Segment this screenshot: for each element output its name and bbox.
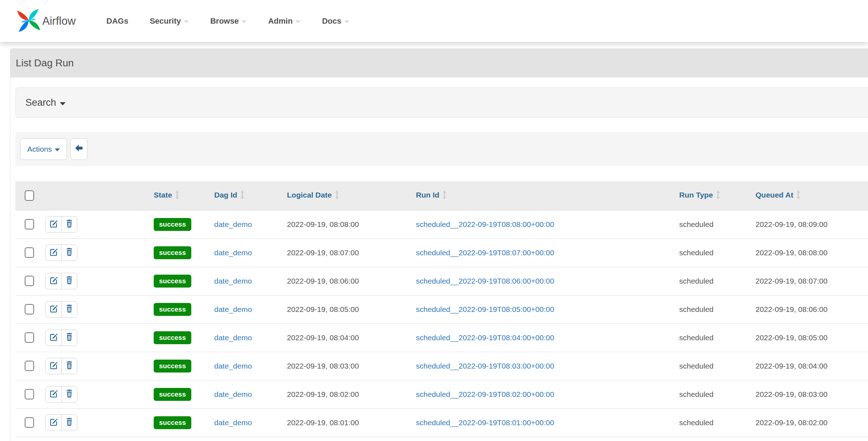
column-header-label[interactable]: Run Type (679, 191, 713, 199)
queued-at-value: 2022-09-19, 08:09:00 (756, 220, 828, 228)
dag-id-link[interactable]: date_demo (214, 418, 252, 427)
column-header-label[interactable]: Run Id (416, 191, 439, 199)
column-header-label[interactable]: State (154, 191, 172, 199)
queued-at-value: 2022-09-19, 08:05:00 (756, 333, 828, 342)
run-id-link[interactable]: scheduled__2022-09-19T08:01:00+00:00 (416, 418, 554, 427)
trash-icon (65, 304, 73, 315)
run-id-link[interactable]: scheduled__2022-09-19T08:03:00+00:00 (416, 362, 554, 370)
dag-id-link[interactable]: date_demo (214, 248, 252, 257)
delete-button[interactable] (61, 245, 77, 261)
run-id-link[interactable]: scheduled__2022-09-19T08:05:00+00:00 (416, 305, 554, 313)
row-checkbox[interactable] (25, 361, 34, 371)
nav-item-docs[interactable]: Docs (311, 0, 360, 42)
sort-arrows-icon[interactable] (335, 193, 339, 201)
search-label: Search (25, 97, 56, 108)
dag-id-link[interactable]: date_demo (214, 277, 252, 285)
edit-icon (49, 304, 58, 315)
table-row: success date_demo 2022-09-19, 08:05:00 s… (15, 295, 868, 323)
nav-item-browse[interactable]: Browse (200, 0, 257, 42)
queued-at-value: 2022-09-19, 08:02:00 (756, 418, 828, 427)
row-actions-group (45, 386, 77, 403)
delete-button[interactable] (61, 273, 77, 289)
edit-button[interactable] (45, 217, 61, 232)
nav-item-security[interactable]: Security (139, 0, 200, 42)
row-checkbox[interactable] (25, 219, 34, 229)
edit-button[interactable] (45, 273, 61, 289)
sort-arrows-icon[interactable] (240, 193, 245, 201)
edit-button[interactable] (45, 330, 61, 346)
actions-button[interactable]: Actions (20, 138, 67, 160)
dag-id-link[interactable]: date_demo (214, 362, 252, 370)
column-header-dag-id: Dag Id (214, 181, 287, 210)
select-all-checkbox[interactable] (25, 190, 34, 201)
run-id-link[interactable]: scheduled__2022-09-19T08:02:00+00:00 (416, 390, 554, 398)
run-type-value: scheduled (679, 362, 714, 370)
dag-id-link[interactable]: date_demo (214, 390, 252, 398)
nav-item-dags[interactable]: DAGs (96, 0, 139, 42)
run-id-link[interactable]: scheduled__2022-09-19T08:06:00+00:00 (416, 277, 554, 285)
run-id-link[interactable]: scheduled__2022-09-19T08:07:00+00:00 (416, 248, 554, 257)
queued-at-value: 2022-09-19, 08:06:00 (756, 305, 828, 313)
search-dropdown[interactable]: Search (15, 87, 868, 118)
list-dag-run-panel: List Dag Run Search Actions (10, 48, 868, 441)
row-checkbox[interactable] (25, 332, 34, 343)
trash-icon (65, 417, 73, 428)
airflow-brand[interactable]: Airflow (16, 8, 76, 34)
column-header-label[interactable]: Dag Id (214, 191, 237, 199)
edit-icon (49, 276, 58, 286)
back-button[interactable] (70, 138, 87, 160)
edit-button[interactable] (45, 302, 61, 317)
sort-arrows-icon[interactable] (716, 193, 720, 201)
nav-item-admin[interactable]: Admin (257, 0, 311, 42)
edit-icon (49, 247, 58, 258)
run-id-link[interactable]: scheduled__2022-09-19T08:04:00+00:00 (416, 333, 554, 342)
edit-icon (49, 361, 58, 371)
nav-menu: DAGs Security Browse Admin Docs (96, 0, 360, 42)
row-checkbox[interactable] (25, 247, 34, 258)
queued-at-value: 2022-09-19, 08:04:00 (756, 362, 828, 370)
nav-item-label: Security (150, 16, 181, 26)
nav-item-label: Browse (210, 16, 239, 26)
delete-button[interactable] (61, 415, 77, 431)
delete-button[interactable] (61, 330, 77, 346)
row-checkbox[interactable] (25, 276, 34, 286)
run-id-link[interactable]: scheduled__2022-09-19T08:08:00+00:00 (416, 220, 554, 228)
dag-run-table-body: success date_demo 2022-09-19, 08:08:00 s… (15, 210, 868, 437)
delete-button[interactable] (61, 302, 77, 317)
edit-button[interactable] (45, 415, 61, 431)
sort-arrows-icon[interactable] (796, 193, 801, 201)
sort-arrows-icon[interactable] (175, 193, 179, 201)
run-type-value: scheduled (679, 248, 714, 257)
row-actions-group (45, 358, 77, 374)
edit-button[interactable] (45, 358, 61, 374)
sort-arrows-icon[interactable] (442, 193, 447, 201)
row-checkbox[interactable] (25, 417, 34, 428)
logical-date-value: 2022-09-19, 08:02:00 (287, 390, 359, 398)
edit-icon (49, 219, 58, 230)
nav-item-label: Admin (268, 16, 292, 26)
delete-button[interactable] (61, 387, 77, 402)
column-header-label[interactable]: Logical Date (287, 191, 332, 199)
dag-id-link[interactable]: date_demo (214, 220, 252, 228)
page-title: List Dag Run (16, 57, 74, 69)
dag-id-link[interactable]: date_demo (214, 333, 252, 342)
logical-date-value: 2022-09-19, 08:07:00 (287, 248, 359, 257)
delete-button[interactable] (61, 217, 77, 232)
brand-title[interactable]: Airflow (42, 15, 76, 28)
run-type-value: scheduled (679, 277, 714, 285)
trash-icon (65, 219, 73, 230)
delete-button[interactable] (61, 358, 77, 374)
row-checkbox[interactable] (25, 389, 34, 399)
table-row: success date_demo 2022-09-19, 08:02:00 s… (15, 380, 868, 408)
state-badge: success (154, 360, 191, 373)
edit-button[interactable] (45, 387, 61, 402)
nav-item-label: DAGs (106, 16, 128, 26)
panel-body: Search Actions (10, 77, 868, 437)
table-row: success date_demo 2022-09-19, 08:03:00 s… (15, 352, 868, 380)
edit-button[interactable] (45, 245, 61, 261)
column-header-label[interactable]: Queued At (756, 191, 793, 199)
run-type-value: scheduled (679, 418, 714, 427)
dag-id-link[interactable]: date_demo (214, 305, 252, 313)
row-checkbox[interactable] (25, 304, 34, 314)
edit-icon (49, 417, 58, 428)
